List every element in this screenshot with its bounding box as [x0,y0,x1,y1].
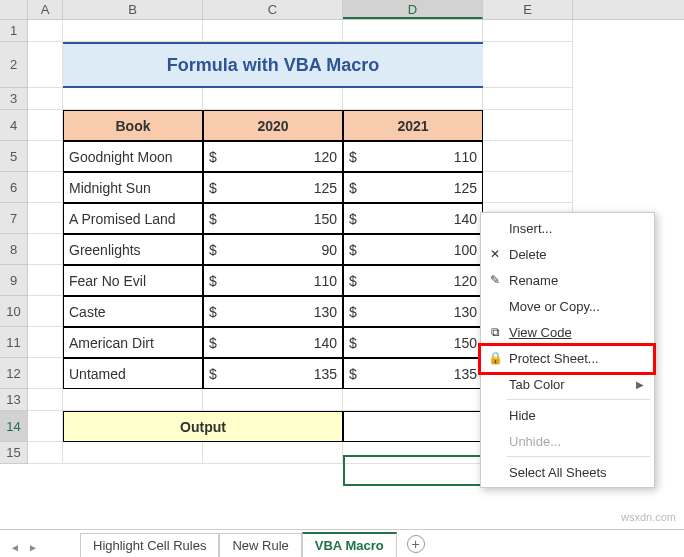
table-row[interactable]: Fear No Evil [63,265,203,296]
cell[interactable] [343,20,483,42]
row-header-6[interactable]: 6 [0,172,28,203]
cell[interactable] [28,296,63,327]
add-sheet-button[interactable]: + [407,535,425,553]
table-cell[interactable]: $110 [203,265,343,296]
cell[interactable] [483,141,573,172]
table-cell[interactable]: $150 [343,327,483,358]
cell[interactable] [203,20,343,42]
cell[interactable] [28,265,63,296]
table-cell[interactable]: $125 [343,172,483,203]
menu-insert[interactable]: Insert... [481,215,654,241]
sheet-tab-highlight-rules[interactable]: Highlight Cell Rules [80,533,219,557]
tab-nav-prev-icon[interactable]: ◄ [10,542,20,553]
value: 125 [314,180,337,196]
table-cell[interactable]: $135 [203,358,343,389]
row-header-5[interactable]: 5 [0,141,28,172]
table-cell[interactable]: $120 [203,141,343,172]
col-header-c[interactable]: C [203,0,343,19]
row-header-7[interactable]: 7 [0,203,28,234]
table-row[interactable]: Greenlights [63,234,203,265]
row-header-12[interactable]: 12 [0,358,28,389]
title-cell[interactable]: Formula with VBA Macro [63,42,483,88]
cell[interactable] [343,442,483,464]
cell[interactable] [28,442,63,464]
menu-tab-color[interactable]: Tab Color▶ [481,371,654,397]
menu-move-copy[interactable]: Move or Copy... [481,293,654,319]
table-cell[interactable]: $135 [343,358,483,389]
cell[interactable] [483,110,573,141]
table-header-book[interactable]: Book [63,110,203,141]
output-label[interactable]: Output [63,411,343,442]
sheet-tab-new-rule[interactable]: New Rule [219,533,301,557]
table-header-2020[interactable]: 2020 [203,110,343,141]
cell[interactable] [63,442,203,464]
menu-delete[interactable]: ✕Delete [481,241,654,267]
cell[interactable] [483,88,573,110]
select-all-corner[interactable] [0,0,28,19]
row-header-15[interactable]: 15 [0,442,28,464]
col-header-e[interactable]: E [483,0,573,19]
tab-nav-next-icon[interactable]: ► [28,542,38,553]
row-header-10[interactable]: 10 [0,296,28,327]
cell[interactable] [28,327,63,358]
cell[interactable] [63,389,203,411]
table-header-2021[interactable]: 2021 [343,110,483,141]
table-cell[interactable]: $140 [343,203,483,234]
cell[interactable] [483,20,573,42]
table-row[interactable]: Untamed [63,358,203,389]
output-value-cell[interactable] [343,411,483,442]
cell[interactable] [483,42,573,88]
row-header-14[interactable]: 14 [0,411,28,442]
table-cell[interactable]: $125 [203,172,343,203]
row-header-9[interactable]: 9 [0,265,28,296]
table-row[interactable]: Midnight Sun [63,172,203,203]
menu-hide[interactable]: Hide [481,402,654,428]
row-header-11[interactable]: 11 [0,327,28,358]
cell[interactable] [203,442,343,464]
row-header-3[interactable]: 3 [0,88,28,110]
menu-protect-sheet[interactable]: 🔒Protect Sheet... [481,345,654,371]
row-header-1[interactable]: 1 [0,20,28,42]
cell[interactable] [28,141,63,172]
row-header-2[interactable]: 2 [0,42,28,88]
col-header-d[interactable]: D [343,0,483,19]
cell[interactable] [28,389,63,411]
table-row[interactable]: American Dirt [63,327,203,358]
cell[interactable] [28,20,63,42]
row-header-8[interactable]: 8 [0,234,28,265]
menu-rename[interactable]: ✎Rename [481,267,654,293]
table-row[interactable]: Caste [63,296,203,327]
table-cell[interactable]: $130 [343,296,483,327]
table-cell[interactable]: $120 [343,265,483,296]
cell[interactable] [343,88,483,110]
table-cell[interactable]: $130 [203,296,343,327]
table-cell[interactable]: $110 [343,141,483,172]
col-header-b[interactable]: B [63,0,203,19]
cell[interactable] [343,389,483,411]
table-row[interactable]: A Promised Land [63,203,203,234]
menu-view-code[interactable]: ⧉View Code [481,319,654,345]
cell[interactable] [28,110,63,141]
table-cell[interactable]: $140 [203,327,343,358]
cell[interactable] [28,234,63,265]
cell[interactable] [63,20,203,42]
menu-select-all-sheets[interactable]: Select All Sheets [481,459,654,485]
cell[interactable] [203,88,343,110]
cell[interactable] [28,172,63,203]
sheet-tab-vba-macro[interactable]: VBA Macro [302,532,397,558]
cell[interactable] [203,389,343,411]
row-header-4[interactable]: 4 [0,110,28,141]
cell[interactable] [28,203,63,234]
table-cell[interactable]: $150 [203,203,343,234]
table-cell[interactable]: $90 [203,234,343,265]
table-cell[interactable]: $100 [343,234,483,265]
row-header-13[interactable]: 13 [0,389,28,411]
cell[interactable] [28,358,63,389]
cell[interactable] [28,88,63,110]
cell[interactable] [483,172,573,203]
cell[interactable] [28,411,63,442]
cell[interactable] [63,88,203,110]
cell[interactable] [28,42,63,88]
table-row[interactable]: Goodnight Moon [63,141,203,172]
col-header-a[interactable]: A [28,0,63,19]
